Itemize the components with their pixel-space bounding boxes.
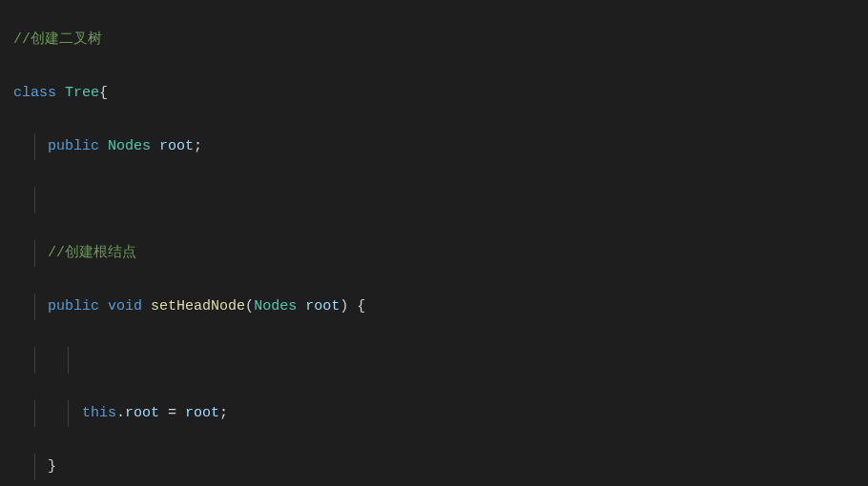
type-name: Nodes [254, 298, 297, 314]
code-line: } [13, 454, 868, 480]
variable: root [159, 138, 194, 154]
function-name: setHeadNode [151, 298, 245, 314]
code-line [13, 347, 868, 374]
brace: { [99, 85, 108, 101]
variable: root [185, 405, 219, 421]
code-editor[interactable]: //创建二叉树 class Tree{ public Nodes root; /… [0, 0, 868, 486]
code-line: //创建根结点 [13, 240, 868, 267]
comment: //创建二叉树 [13, 31, 102, 48]
code-line: public void setHeadNode(Nodes root) { [13, 294, 868, 320]
code-line: this.root = root; [13, 400, 868, 427]
keyword-this: this [82, 405, 116, 421]
code-line [13, 187, 868, 213]
property: root [125, 405, 159, 421]
keyword-public: public [48, 298, 99, 314]
brace: } [48, 458, 56, 475]
parameter: root [305, 298, 340, 314]
keyword-void: void [108, 298, 142, 314]
code-line: class Tree{ [13, 80, 868, 107]
code-line: public Nodes root; [13, 133, 868, 160]
code-line: //创建二叉树 [13, 27, 868, 53]
keyword-public: public [48, 138, 99, 154]
keyword-class: class [13, 85, 56, 101]
type-name: Nodes [108, 138, 151, 154]
comment: //创建根结点 [48, 245, 136, 261]
type-name: Tree [65, 85, 99, 101]
